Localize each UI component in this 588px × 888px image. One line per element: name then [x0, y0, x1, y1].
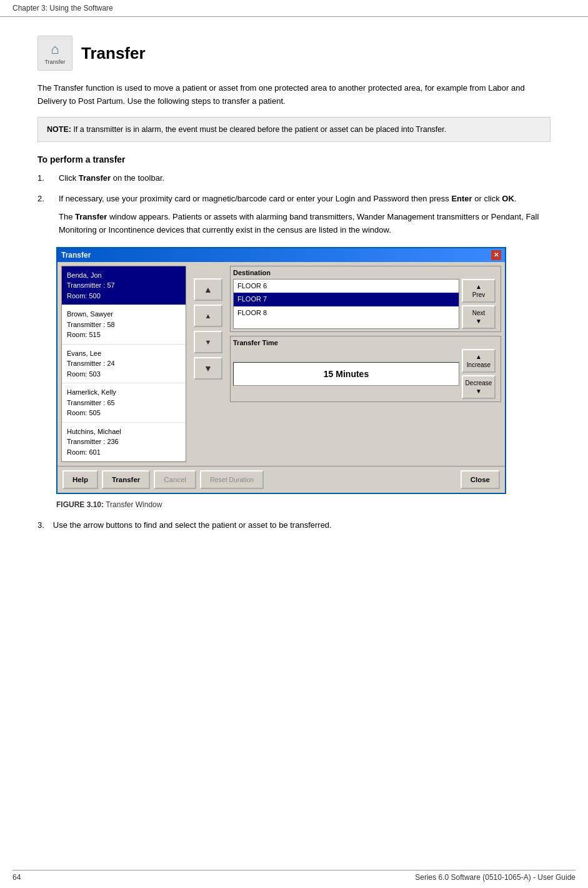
- arrow-down-bottom-button[interactable]: ▼: [194, 357, 222, 380]
- page-header: Chapter 3: Using the Software: [0, 0, 588, 17]
- page-title: Transfer: [81, 44, 146, 63]
- time-display: 15 Minutes: [233, 362, 459, 386]
- transfer-icon: ⌂: [51, 41, 59, 58]
- decrease-button[interactable]: Decrease ▼: [462, 375, 496, 399]
- intro-text: The Transfer function is used to move a …: [37, 82, 551, 108]
- tw-body: Benda, Jon Transmitter : 57 Room: 500 Br…: [57, 262, 505, 467]
- decrease-arrow-icon: ▼: [476, 388, 482, 395]
- section-heading: To perform a transfer: [37, 154, 551, 164]
- arrow-col: ▲ ▲ ▼ ▼: [190, 266, 226, 463]
- patient-item[interactable]: Evans, Lee Transmitter : 24 Room: 503: [62, 345, 186, 384]
- patient-item[interactable]: Benda, Jon Transmitter : 57 Room: 500: [62, 266, 186, 306]
- step-1-num: 1.: [37, 172, 50, 185]
- increase-arrow-icon: ▲: [476, 353, 482, 360]
- step-2-enter: Enter: [451, 194, 472, 203]
- reset-duration-button[interactable]: Reset Duration: [200, 470, 264, 489]
- step-3: 3. Use the arrow buttons to find and sel…: [37, 519, 551, 532]
- page-footer: 64 Series 6.0 Software (0510-1065-A) - U…: [12, 870, 576, 882]
- cancel-button[interactable]: Cancel: [154, 470, 196, 489]
- increase-label: Increase: [467, 361, 491, 368]
- note-label: NOTE:: [47, 125, 71, 134]
- series-label: Series 6.0 Software (0510-1065-A) - User…: [415, 873, 576, 882]
- transfer-time-group: Transfer Time 15 Minutes ▲ Increase Decr…: [230, 336, 501, 402]
- prev-next-col: ▲ Prev Next ▼: [462, 279, 498, 329]
- step-2-num: 2.: [37, 193, 50, 236]
- close-button[interactable]: Close: [461, 470, 500, 489]
- patient-list: Benda, Jon Transmitter : 57 Room: 500 Br…: [61, 266, 186, 463]
- destination-label: Destination: [233, 269, 498, 276]
- note-text: If a transmitter is in alarm, the event …: [73, 125, 446, 134]
- tw-close-button[interactable]: ✕: [491, 250, 501, 260]
- icon-box-label: Transfer: [44, 59, 65, 65]
- prev-arrow-icon: ▲: [476, 283, 482, 290]
- patient-name: Brown, Sawyer: [67, 309, 181, 320]
- step-1-content: Click Transfer on the toolbar.: [59, 172, 551, 185]
- patient-room: Room: 505: [67, 408, 181, 418]
- patient-item[interactable]: Hutchins, Michael Transmitter : 236 Room…: [62, 423, 186, 462]
- patient-transmitter: Transmitter : 24: [67, 358, 181, 369]
- patient-room: Room: 500: [67, 291, 181, 301]
- time-inner: 15 Minutes ▲ Increase Decrease ▼: [233, 349, 498, 399]
- decrease-label: Decrease: [466, 380, 492, 386]
- patient-name: Benda, Jon: [67, 270, 181, 281]
- chapter-label: Chapter 3: Using the Software: [12, 4, 113, 13]
- transfer-window: Transfer ✕ Benda, Jon Transmitter : 57 R…: [56, 247, 506, 495]
- right-panel: Destination FLOOR 6 FLOOR 7 FLOOR 8 ▲ Pr…: [230, 266, 501, 463]
- next-label: Next: [472, 310, 486, 316]
- prev-label: Prev: [472, 291, 486, 298]
- step-1-bold: Transfer: [79, 173, 111, 183]
- next-button[interactable]: Next ▼: [462, 305, 496, 329]
- step-2-content: If necessary, use your proximity card or…: [59, 193, 551, 236]
- inc-dec-col: ▲ Increase Decrease ▼: [462, 349, 498, 399]
- patient-transmitter: Transmitter : 65: [67, 398, 181, 408]
- patient-room: Room: 601: [67, 447, 181, 458]
- dest-item-floor7[interactable]: FLOOR 7: [234, 293, 459, 306]
- patient-transmitter: Transmitter : 236: [67, 436, 181, 447]
- page-number: 64: [12, 873, 21, 882]
- step-3-num: 3.: [37, 519, 44, 532]
- patient-name: Hutchins, Michael: [67, 426, 181, 437]
- tw-footer: Help Transfer Cancel Reset Duration Clos…: [57, 466, 505, 493]
- patient-name: Hamerlick, Kelly: [67, 387, 181, 398]
- main-content: ⌂ Transfer Transfer The Transfer functio…: [0, 17, 588, 570]
- patient-item[interactable]: Hamerlick, Kelly Transmitter : 65 Room: …: [62, 383, 186, 423]
- note-box: NOTE: If a transmitter is in alarm, the …: [37, 117, 551, 143]
- tw-titlebar: Transfer ✕: [57, 248, 505, 262]
- destination-list: FLOOR 6 FLOOR 7 FLOOR 8: [233, 279, 459, 329]
- step-1: 1. Click Transfer on the toolbar.: [37, 172, 551, 185]
- title-section: ⌂ Transfer Transfer: [37, 36, 551, 71]
- dest-inner: FLOOR 6 FLOOR 7 FLOOR 8 ▲ Prev Next ▼: [233, 279, 498, 329]
- patient-name: Evans, Lee: [67, 348, 181, 359]
- figure-label: FIGURE 3.10:: [56, 500, 104, 509]
- step-2-ok: OK: [502, 194, 514, 203]
- patient-item[interactable]: Brown, Sawyer Transmitter : 58 Room: 515: [62, 305, 186, 345]
- step-3-text: Use the arrow buttons to find and select…: [53, 519, 332, 532]
- step-2: 2. If necessary, use your proximity card…: [37, 193, 551, 236]
- patient-transmitter: Transmitter : 58: [67, 320, 181, 330]
- transfer-button[interactable]: Transfer: [102, 470, 150, 489]
- arrow-down-button[interactable]: ▼: [194, 331, 222, 353]
- destination-group: Destination FLOOR 6 FLOOR 7 FLOOR 8 ▲ Pr…: [230, 266, 501, 332]
- step-2-transfer-ref: Transfer: [75, 212, 107, 221]
- prev-button[interactable]: ▲ Prev: [462, 279, 496, 303]
- next-arrow-icon: ▼: [476, 318, 482, 325]
- figure-title: Transfer Window: [106, 500, 162, 509]
- increase-button[interactable]: ▲ Increase: [462, 349, 496, 373]
- transfer-icon-box: ⌂ Transfer: [37, 36, 72, 71]
- help-button[interactable]: Help: [62, 470, 98, 489]
- transfer-time-label: Transfer Time: [233, 339, 498, 346]
- figure-caption: FIGURE 3.10: Transfer Window: [56, 500, 551, 509]
- arrow-up-button[interactable]: ▲: [194, 305, 222, 327]
- dest-item-floor8[interactable]: FLOOR 8: [234, 306, 459, 320]
- patient-room: Room: 515: [67, 330, 181, 340]
- arrow-up-top-button[interactable]: ▲: [194, 278, 222, 301]
- patient-room: Room: 503: [67, 369, 181, 380]
- step-2-subtext: The Transfer window appears. Patients or…: [59, 211, 551, 237]
- steps-list: 1. Click Transfer on the toolbar. 2. If …: [37, 172, 551, 236]
- dest-item-floor6[interactable]: FLOOR 6: [234, 280, 459, 293]
- patient-transmitter: Transmitter : 57: [67, 280, 181, 291]
- tw-title: Transfer: [61, 251, 91, 260]
